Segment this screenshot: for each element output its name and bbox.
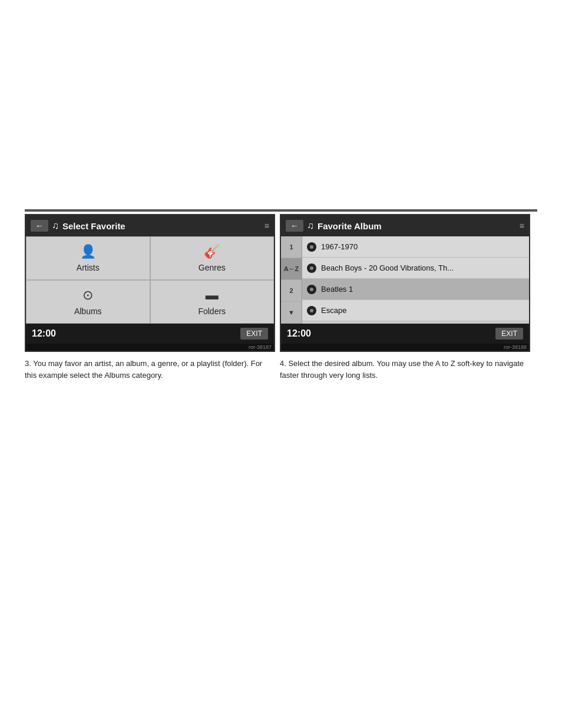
screen1: ← ♫ Select Favorite ≡ 👤 Artists 🎸 Genres… [25, 214, 275, 352]
list-item-escape[interactable]: Escape [302, 300, 529, 321]
albums-label: Albums [74, 307, 102, 316]
list-text-beach-boys: Beach Boys - 20 Good Vibrations, Th... [321, 263, 454, 272]
grid-item-albums[interactable]: ⊙ Albums [26, 280, 150, 324]
artists-label: Artists [77, 263, 100, 272]
artists-icon: 👤 [80, 244, 96, 259]
caption1: 3. You may favor an artist, an album, a … [25, 358, 275, 381]
list-text-escape: Escape [321, 306, 346, 315]
sidebar-item-down[interactable]: ▼ [281, 302, 302, 324]
screen1-grid: 👤 Artists 🎸 Genres ⊙ Albums ▬ Folders [26, 236, 274, 324]
caption2: 4. Select the desired album. You may use… [280, 358, 530, 381]
grid-item-folders[interactable]: ▬ Folders [150, 280, 275, 324]
screen1-exit-button[interactable]: EXIT [240, 328, 268, 340]
list-dot-inner-2 [310, 266, 313, 270]
screen2-footer: 12:00 EXIT [281, 324, 529, 344]
folders-label: Folders [198, 307, 226, 316]
screen1-time: 12:00 [32, 328, 240, 339]
screen2-time: 12:00 [287, 328, 495, 339]
screen1-ref: ror-38187 [26, 344, 274, 351]
captions-row: 3. You may favor an artist, an album, a … [25, 358, 537, 381]
list-dot-inner-4 [310, 309, 313, 312]
sidebar-item-az[interactable]: A↔Z [281, 258, 302, 280]
screen1-title: Select Favorite [62, 221, 261, 231]
list-dot-inner-3 [310, 288, 313, 291]
screen2-list-items: 1967-1970 Beach Boys - 20 Good Vibration… [302, 236, 529, 324]
list-dot-inner-1 [310, 245, 313, 249]
page-container: ← ♫ Select Favorite ≡ 👤 Artists 🎸 Genres… [0, 0, 562, 728]
list-item-beach-boys[interactable]: Beach Boys - 20 Good Vibrations, Th... [302, 258, 529, 279]
screen1-back-button[interactable]: ← [31, 220, 48, 232]
list-dot-4 [307, 306, 316, 315]
grid-item-artists[interactable]: 👤 Artists [26, 236, 150, 280]
screen2-title: Favorite Album [318, 221, 516, 231]
screen2-list-area: 1 A↔Z 2 ▼ 1967-1970 [281, 236, 529, 324]
screen2-sidebar: 1 A↔Z 2 ▼ [281, 236, 302, 324]
list-item-beatles[interactable]: Beatles 1 [302, 279, 529, 300]
list-text-beatles: Beatles 1 [321, 285, 353, 294]
screen2: ← ♫ Favorite Album ≡ 1 A↔Z 2 ▼ [280, 214, 530, 352]
separator-bar [25, 209, 537, 212]
list-dot-1 [307, 242, 316, 252]
sidebar-item-2[interactable]: 2 [281, 280, 302, 302]
folders-icon: ▬ [206, 288, 219, 303]
screen2-exit-button[interactable]: EXIT [495, 328, 523, 340]
list-dot-3 [307, 285, 316, 294]
screen2-menu-icon[interactable]: ≡ [520, 221, 524, 230]
genres-icon: 🎸 [204, 244, 220, 259]
screen2-music-icon: ♫ [307, 220, 314, 231]
sidebar-item-1[interactable]: 1 [281, 236, 302, 258]
screen1-menu-icon[interactable]: ≡ [265, 221, 269, 230]
screen1-header: ← ♫ Select Favorite ≡ [26, 215, 274, 236]
genres-label: Genres [199, 263, 226, 272]
list-dot-2 [307, 263, 316, 273]
screen2-back-button[interactable]: ← [286, 220, 303, 232]
screen1-footer: 12:00 EXIT [26, 324, 274, 344]
screen1-music-icon: ♫ [52, 220, 59, 231]
albums-icon: ⊙ [82, 288, 93, 303]
screen2-header: ← ♫ Favorite Album ≡ [281, 215, 529, 236]
grid-item-genres[interactable]: 🎸 Genres [150, 236, 275, 280]
list-text-1967: 1967-1970 [321, 242, 358, 251]
screen2-ref: ror-38188 [281, 344, 529, 351]
list-item-1967[interactable]: 1967-1970 [302, 236, 529, 258]
screenshots-row: ← ♫ Select Favorite ≡ 👤 Artists 🎸 Genres… [25, 214, 537, 352]
